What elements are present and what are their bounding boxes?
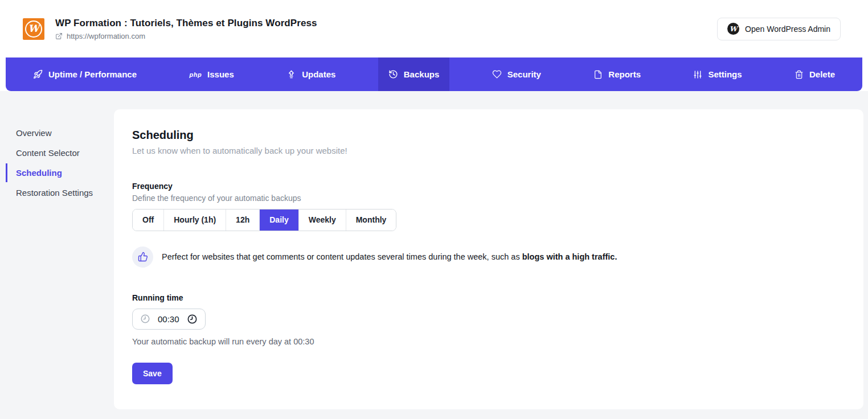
frequency-hint: Perfect for websites that get comments o…: [132, 247, 841, 268]
sidebar-item-content-selector[interactable]: Content Selector: [6, 143, 114, 162]
frequency-section: Frequency Define the frequency of your a…: [132, 182, 841, 268]
main-nav: Uptime / Performance php Issues Updates …: [6, 57, 862, 91]
rocket-icon: [33, 69, 43, 79]
hint-icon-circle: [132, 247, 153, 268]
upgrade-icon: [286, 69, 296, 79]
wordpress-admin-icon: W: [727, 23, 739, 35]
history-clock-icon: [388, 69, 398, 79]
sidebar-item-scheduling[interactable]: Scheduling: [6, 163, 114, 182]
sidebar-item-restoration-settings[interactable]: Restoration Settings: [6, 183, 114, 202]
frequency-option-monthly[interactable]: Monthly: [346, 209, 396, 231]
frequency-description: Define the frequency of your automatic b…: [132, 194, 841, 203]
frequency-option-daily[interactable]: Daily: [259, 209, 298, 231]
nav-tab-label: Delete: [809, 69, 835, 79]
nav-tab-settings[interactable]: Settings: [683, 57, 752, 91]
nav-tab-backups[interactable]: Backups: [378, 57, 450, 91]
save-button[interactable]: Save: [132, 363, 173, 384]
header-region: W WP Formation : Tutoriels, Thèmes et Pl…: [0, 0, 868, 91]
file-icon: [593, 70, 603, 79]
wordpress-logo-icon: W: [25, 20, 42, 38]
running-time-input[interactable]: 00:30: [132, 309, 206, 330]
nav-tab-security[interactable]: Security: [482, 57, 551, 91]
nav-tab-delete[interactable]: Delete: [784, 57, 845, 91]
open-wordpress-admin-label: Open WordPress Admin: [745, 24, 830, 34]
nav-tab-label: Uptime / Performance: [48, 69, 137, 79]
sliders-icon: [693, 70, 702, 79]
nav-tab-updates[interactable]: Updates: [276, 57, 346, 91]
site-favicon: W: [23, 18, 44, 40]
nav-tab-label: Security: [507, 69, 541, 79]
page-subtitle: Let us know when to automatically back u…: [132, 146, 841, 155]
clock-picker-icon[interactable]: [187, 314, 198, 324]
nav-tab-uptime-performance[interactable]: Uptime / Performance: [23, 57, 147, 91]
nav-tab-reports[interactable]: Reports: [583, 57, 651, 91]
hint-text-normal: Perfect for websites that get comments o…: [162, 252, 522, 261]
frequency-label: Frequency: [132, 182, 841, 191]
clock-icon: [140, 314, 150, 324]
site-url: https://wpformation.com: [67, 32, 145, 40]
nav-tab-label: Reports: [608, 69, 641, 79]
frequency-option-12h[interactable]: 12h: [226, 209, 259, 231]
heart-icon: [492, 69, 502, 79]
site-meta: WP Formation : Tutoriels, Thèmes et Plug…: [55, 18, 317, 40]
external-link-icon: [55, 32, 63, 40]
thumbs-up-icon: [138, 252, 148, 262]
site-url-link[interactable]: https://wpformation.com: [55, 32, 317, 40]
php-icon: php: [189, 71, 202, 78]
backups-sidebar: Overview Content Selector Scheduling Res…: [6, 91, 114, 203]
hint-text-bold: blogs with a high traffic.: [522, 252, 617, 261]
nav-tab-label: Settings: [708, 69, 742, 79]
nav-tab-issues[interactable]: php Issues: [179, 57, 244, 91]
nav-tab-label: Issues: [207, 69, 234, 79]
running-time-value: 00:30: [158, 314, 179, 324]
page-title: Scheduling: [132, 129, 841, 142]
hint-text: Perfect for websites that get comments o…: [162, 252, 617, 261]
sidebar-item-overview[interactable]: Overview: [6, 124, 114, 142]
trash-icon: [795, 70, 804, 79]
open-wordpress-admin-button[interactable]: W Open WordPress Admin: [717, 18, 841, 40]
scheduling-panel: Scheduling Let us know when to automatic…: [114, 109, 863, 409]
frequency-option-weekly[interactable]: Weekly: [298, 209, 346, 231]
running-time-label: Running time: [132, 293, 841, 302]
page-body: Overview Content Selector Scheduling Res…: [0, 91, 868, 409]
frequency-option-hourly[interactable]: Hourly (1h): [163, 209, 226, 231]
site-header: W WP Formation : Tutoriels, Thèmes et Pl…: [0, 0, 868, 57]
running-time-section: Running time 00:30 Your automatic backup…: [132, 293, 841, 346]
nav-tab-label: Updates: [302, 69, 335, 79]
nav-tab-label: Backups: [404, 69, 440, 79]
running-time-caption: Your automatic backup will run every day…: [132, 337, 841, 346]
frequency-option-off[interactable]: Off: [133, 209, 163, 231]
site-title: WP Formation : Tutoriels, Thèmes et Plug…: [55, 18, 317, 29]
frequency-button-group: Off Hourly (1h) 12h Daily Weekly Monthly: [132, 209, 396, 231]
